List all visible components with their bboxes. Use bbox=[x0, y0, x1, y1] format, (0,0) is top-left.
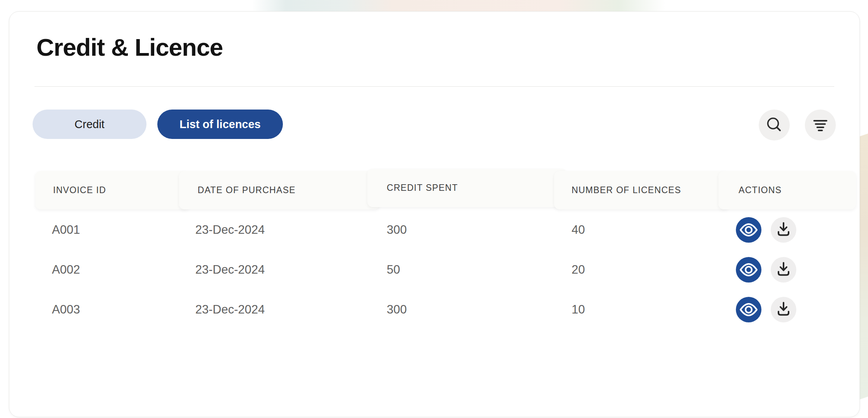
eye-icon bbox=[736, 257, 761, 283]
bg-decoration-top bbox=[252, 0, 678, 12]
download-button[interactable] bbox=[771, 217, 796, 243]
page-title: Credit & Licence bbox=[36, 33, 223, 61]
view-button[interactable] bbox=[736, 217, 761, 243]
eye-icon bbox=[736, 297, 761, 322]
cell-credit-spent: 50 bbox=[387, 254, 400, 285]
column-header-actions: ACTIONS bbox=[718, 171, 856, 209]
view-button[interactable] bbox=[736, 257, 761, 283]
download-icon bbox=[771, 297, 796, 322]
cell-credit-spent: 300 bbox=[387, 214, 407, 245]
table-row: A00223-Dec-20245020 bbox=[9, 254, 859, 285]
download-button[interactable] bbox=[771, 297, 796, 322]
cell-number-of-licences: 20 bbox=[572, 254, 585, 285]
download-button[interactable] bbox=[771, 257, 796, 283]
credit-licence-card: Credit & Licence Credit List of licences… bbox=[9, 11, 860, 417]
column-header-number-of-licences: NUMBER OF LICENCES bbox=[554, 171, 729, 209]
filter-button[interactable] bbox=[805, 110, 836, 140]
tab-credit[interactable]: Credit bbox=[33, 110, 146, 139]
search-icon bbox=[759, 110, 790, 140]
cell-credit-spent: 300 bbox=[387, 294, 407, 325]
cell-date-of-purchase: 23-Dec-2024 bbox=[195, 294, 265, 325]
view-button[interactable] bbox=[736, 297, 761, 322]
cell-invoice-id: A002 bbox=[52, 254, 80, 285]
cell-invoice-id: A003 bbox=[52, 294, 80, 325]
cell-date-of-purchase: 23-Dec-2024 bbox=[195, 254, 265, 285]
download-icon bbox=[771, 217, 796, 243]
cell-invoice-id: A001 bbox=[52, 214, 80, 245]
column-header-invoice-id: INVOICE ID bbox=[35, 171, 190, 209]
column-header-date-of-purchase: DATE OF PURCHASE bbox=[179, 171, 380, 209]
filter-icon bbox=[805, 110, 836, 140]
divider bbox=[34, 86, 834, 87]
download-icon bbox=[771, 257, 796, 283]
cell-number-of-licences: 40 bbox=[572, 214, 585, 245]
cell-date-of-purchase: 23-Dec-2024 bbox=[195, 214, 265, 245]
tab-list-of-licences[interactable]: List of licences bbox=[157, 110, 283, 139]
search-button[interactable] bbox=[759, 110, 790, 140]
eye-icon bbox=[736, 217, 761, 243]
table-row: A00323-Dec-202430010 bbox=[9, 294, 859, 325]
table-row: A00123-Dec-202430040 bbox=[9, 214, 859, 245]
cell-number-of-licences: 10 bbox=[572, 294, 585, 325]
column-header-credit-spent: CREDIT SPENT bbox=[367, 169, 567, 207]
